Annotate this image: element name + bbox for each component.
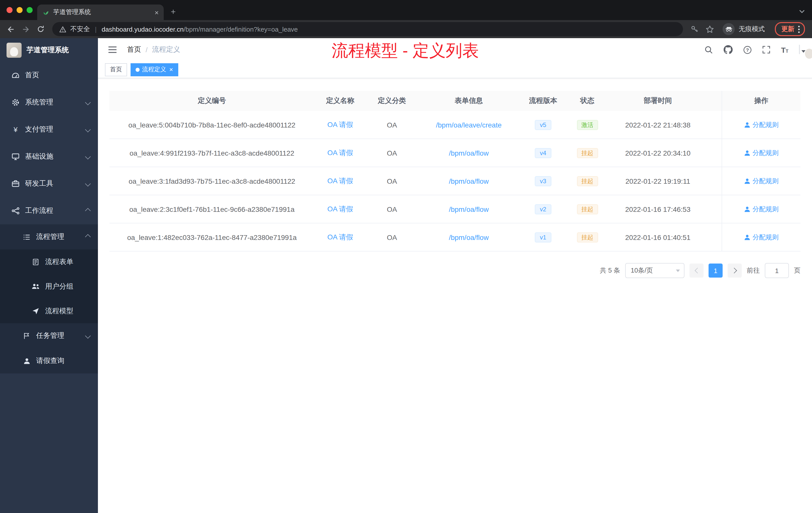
avatar-image [799,45,800,54]
hamburger-icon[interactable] [105,45,120,55]
sidebar-item-devtools[interactable]: 研发工具 [0,170,98,197]
back-icon[interactable] [4,23,17,36]
status-badge: 挂起 [577,176,598,186]
assign-rule-link[interactable]: 分配规则 [744,233,779,242]
tag-label: 首页 [110,65,122,74]
pagination-total: 共 5 条 [600,266,620,275]
tab-close-icon[interactable]: × [155,8,159,16]
status-badge: 挂起 [577,232,598,242]
form-link[interactable]: /bpm/oa/flow [449,205,489,213]
sidebar-item-label: 研发工具 [25,179,53,188]
sidebar-item-label: 请假查询 [36,356,64,365]
chevron-up-icon [85,234,91,240]
bookmark-star-icon[interactable] [705,25,714,33]
table-row: oa_leave:4:991f2193-7b7f-11ec-a3c8-acde4… [110,139,801,167]
column-header: 表单信息 [418,96,520,105]
version-badge: v4 [535,148,551,158]
minimize-window-button[interactable] [17,7,23,13]
assign-rule-link[interactable]: 分配规则 [744,148,779,157]
pagination: 共 5 条 10条/页 1 前往 页 [110,263,801,278]
page-content: 定义编号 定义名称 定义分类 表单信息 流程版本 状态 部署时间 操作 oa_l… [98,78,812,513]
sidebar-item-label: 流程表单 [45,257,73,266]
gear-icon [11,98,20,107]
window-controls [6,7,33,13]
fullscreen-icon[interactable] [762,46,771,54]
definition-name-link[interactable]: OA 请假 [327,176,353,185]
sidebar-item-process-model[interactable]: 流程模型 [0,299,98,323]
address-bar[interactable]: 不安全 | dashboard.yudao.iocoder.cn/bpm/man… [52,22,683,36]
sidebar-item-process-management[interactable]: 流程管理 [0,224,98,249]
breadcrumb-current: 流程定义 [152,45,180,54]
assign-rule-link[interactable]: 分配规则 [744,176,779,185]
definition-name-link[interactable]: OA 请假 [327,120,353,129]
sidebar-item-task-management[interactable]: 任务管理 [0,323,98,349]
definition-name-link[interactable]: OA 请假 [327,233,353,242]
tag-process-definition[interactable]: 流程定义 × [130,63,178,76]
sidebar-item-leave-query[interactable]: 请假查询 [0,349,98,373]
zoom-window-button[interactable] [27,7,33,13]
url-domain: dashboard.yudao.iocoder.cn [102,25,184,33]
sidebar-item-workflow[interactable]: 工作流程 [0,197,98,224]
assign-rule-label: 分配规则 [753,148,779,157]
person-icon [744,122,750,128]
help-icon[interactable]: ? [744,46,752,54]
main-area: 首页 / 流程定义 流程模型 - 定义列表 ? TT [98,38,812,513]
sidebar-item-user-group[interactable]: 用户分组 [0,274,98,299]
update-chrome-button[interactable]: 更新 [775,22,805,36]
incognito-icon [723,23,735,35]
url-text[interactable]: dashboard.yudao.iocoder.cn/bpm/manager/d… [102,25,298,33]
browser-toolbar: 不安全 | dashboard.yudao.iocoder.cn/bpm/man… [0,20,812,38]
status-badge: 挂起 [577,204,598,214]
logo-avatar [6,42,22,58]
assign-rule-label: 分配规则 [753,205,779,214]
sidebar-item-payment[interactable]: ¥ 支付管理 [0,116,98,143]
definition-name-link[interactable]: OA 请假 [327,205,353,214]
monitor-icon [11,153,20,161]
tag-close-icon[interactable]: × [169,66,173,73]
page-number-button[interactable]: 1 [708,264,723,278]
form-link[interactable]: /bpm/oa/flow [449,149,489,157]
chevron-right-icon [731,268,737,274]
warning-triangle-icon[interactable] [59,26,66,32]
definition-name-link[interactable]: OA 请假 [327,148,353,157]
cell-category: OA [366,233,418,241]
github-icon[interactable] [724,45,733,54]
status-badge: 激活 [577,120,598,130]
svg-text:?: ? [746,47,749,53]
tab-search-chevron-icon[interactable] [799,6,805,16]
user-avatar[interactable] [799,45,800,54]
password-key-icon[interactable] [691,25,698,33]
sidebar-item-infrastructure[interactable]: 基础设施 [0,143,98,170]
sidebar-logo[interactable]: 芋道管理系统 [0,38,98,62]
form-link[interactable]: /bpm/oa/flow [449,233,489,241]
browser-tab[interactable]: 芋道管理系统 × [37,4,164,20]
sidebar-item-label: 支付管理 [25,125,53,134]
breadcrumb-home[interactable]: 首页 [127,45,141,54]
version-badge: v5 [535,120,551,130]
assign-rule-link[interactable]: 分配规则 [744,205,779,214]
list-icon [22,233,31,241]
security-label[interactable]: 不安全 [70,25,90,34]
dashboard-icon [11,71,20,79]
cell-deploy-time: 2022-01-16 01:40:51 [608,233,707,241]
reload-icon[interactable] [34,23,47,36]
next-page-button[interactable] [728,264,742,278]
forward-icon[interactable] [19,23,32,36]
search-icon[interactable] [705,46,713,54]
close-window-button[interactable] [6,7,12,13]
goto-page-input[interactable] [765,263,789,278]
sidebar-item-process-form[interactable]: 流程表单 [0,249,98,274]
page-size-select[interactable]: 10条/页 [625,263,685,278]
prev-page-button[interactable] [690,264,703,278]
font-size-icon[interactable]: TT [781,46,788,54]
sidebar-item-system[interactable]: 系统管理 [0,89,98,116]
sidebar-item-home[interactable]: 首页 [0,62,98,89]
header-actions: ? TT [705,45,805,54]
tag-home[interactable]: 首页 [105,63,127,76]
new-tab-button[interactable]: + [171,7,176,17]
kebab-menu-icon[interactable] [798,25,800,33]
assign-rule-link[interactable]: 分配规则 [744,120,779,129]
sidebar-item-label: 流程模型 [45,306,73,315]
form-link[interactable]: /bpm/oa/leave/create [436,121,502,129]
form-link[interactable]: /bpm/oa/flow [449,177,489,185]
